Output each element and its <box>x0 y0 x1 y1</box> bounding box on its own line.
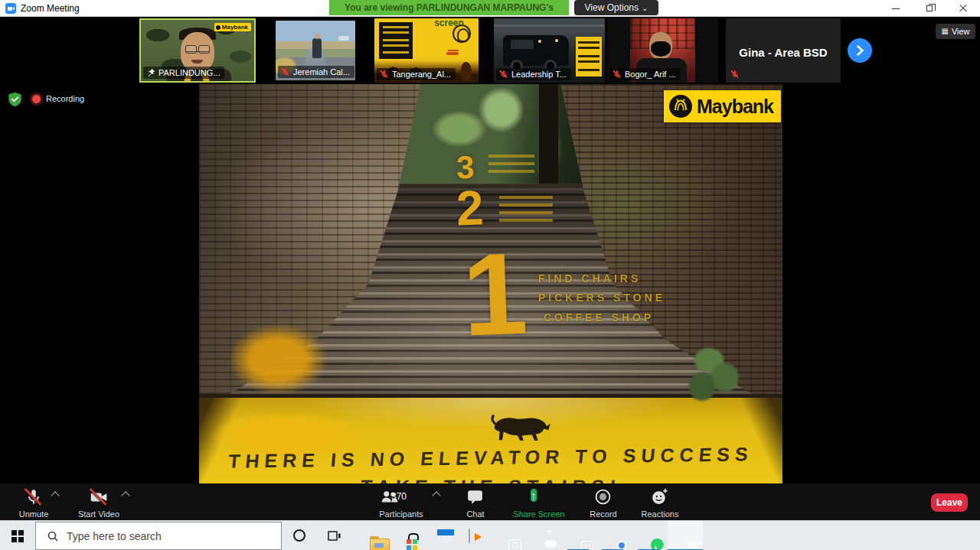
muted-mic-icon <box>499 70 508 79</box>
helicopter-silhouette <box>446 52 459 55</box>
participant-name: Bogor_ Arif ... <box>625 70 676 79</box>
close-icon <box>959 5 966 11</box>
minimize-icon <box>892 8 900 9</box>
title-bar: Zoom Meeting You are viewing PARLINDUNGA… <box>0 0 980 17</box>
cortana-icon[interactable] <box>293 529 305 542</box>
close-button[interactable] <box>946 0 980 17</box>
participant-name-bar: Bogor_ Arif ... <box>609 68 681 80</box>
unmute-button[interactable]: Unmute <box>11 483 57 520</box>
start-video-button[interactable]: Start Video <box>69 483 129 520</box>
grid-view-icon: ▦ <box>941 28 948 35</box>
participant-tile-bogor[interactable]: Bogor_ Arif ... <box>607 18 718 83</box>
next-participants-button[interactable] <box>848 38 872 63</box>
task-view-icon[interactable] <box>327 529 341 543</box>
stair-number-2: 2 <box>456 183 485 233</box>
participant-tile-parlindungan[interactable]: Maybank PARLINDUNG... <box>139 18 256 83</box>
chat-button[interactable]: Chat <box>458 483 493 520</box>
leave-button[interactable]: Leave <box>931 493 968 512</box>
zoom-app-icon <box>5 3 16 14</box>
chat-icon <box>466 487 485 507</box>
file-explorer-icon[interactable] <box>352 521 387 550</box>
shared-screen-content: 3 2 1 FIND CHAIRS PICKERS STONE COFFEE S… <box>199 84 782 483</box>
whatsapp-icon[interactable] <box>631 521 666 550</box>
restore-button[interactable] <box>913 0 946 17</box>
window-title: Zoom Meeting <box>21 3 80 14</box>
participant-name-bar: PARLINDUNG... <box>143 67 224 79</box>
start-video-label: Start Video <box>69 509 129 519</box>
participants-options-caret[interactable] <box>433 490 440 497</box>
mail-icon[interactable] <box>419 521 454 550</box>
search-input[interactable] <box>67 530 258 542</box>
minimize-button[interactable] <box>879 0 913 17</box>
maybank-tiger-icon <box>668 94 693 119</box>
participant-name: Leadership T... <box>511 70 567 79</box>
security-shield-icon[interactable] <box>8 92 22 107</box>
participant-name: Jeremiah Cal... <box>293 67 350 76</box>
participant-name-bar: Jeremiah Cal... <box>278 66 354 78</box>
pin-icon <box>146 68 155 77</box>
recording-dot-icon <box>32 95 41 103</box>
view-button-label: View <box>952 27 970 36</box>
chat-label: Chat <box>458 509 493 519</box>
zoom-taskbar-icon[interactable] <box>668 521 703 550</box>
stair-label: FIND CHAIRS <box>538 272 641 285</box>
participant-name-bar: Tangerang_Al... <box>377 68 456 80</box>
participant-tile-jeremiah[interactable]: Jeremiah Cal... <box>276 21 355 80</box>
maybank-wordmark: Maybank <box>697 96 773 118</box>
participant-name: Gina - Area BSD <box>726 46 841 59</box>
window-controls <box>879 0 980 17</box>
reactions-smiley-icon <box>650 487 670 507</box>
plant <box>689 348 742 404</box>
view-options-label: View Options <box>585 2 639 13</box>
mic-options-caret[interactable] <box>52 490 59 497</box>
line-icon[interactable] <box>524 521 560 550</box>
participants-label: Participants <box>368 509 435 519</box>
participant-name-bar: Leadership T... <box>496 68 571 80</box>
chrome-icon[interactable] <box>595 521 630 550</box>
muted-mic-icon <box>730 70 740 79</box>
stair-label: COFFEE SHOP <box>544 311 654 324</box>
chevron-right-icon <box>852 43 867 58</box>
taskbar-search[interactable] <box>35 522 282 550</box>
participants-count: 370 <box>391 491 407 502</box>
unmute-label: Unmute <box>11 509 57 519</box>
instagram-icon[interactable] <box>488 521 523 550</box>
participant-tile-gina[interactable]: Gina - Area BSD <box>726 18 841 83</box>
view-options-button[interactable]: View Options⌄ <box>574 0 658 15</box>
stair-number-3: 3 <box>456 151 475 184</box>
start-button[interactable] <box>0 521 35 550</box>
meeting-app-icon[interactable] <box>560 521 596 550</box>
zoom-meeting-window: Zoom Meeting You are viewing PARLINDUNGA… <box>0 0 980 550</box>
participant-tile-leadership[interactable]: Leadership T... <box>494 18 605 83</box>
search-icon <box>47 530 59 542</box>
video-off-icon <box>89 487 109 507</box>
microsoft-store-icon[interactable] <box>386 521 421 550</box>
view-button[interactable]: ▦ View <box>936 24 975 39</box>
muted-mic-icon <box>612 70 622 79</box>
meeting-toolbar: Unmute Start Video 370 Participants Chat… <box>0 483 980 520</box>
participant-name: PARLINDUNG... <box>158 68 220 77</box>
reactions-label: Reactions <box>631 509 689 519</box>
reactions-button[interactable]: Reactions <box>631 483 689 520</box>
participants-button[interactable]: 370 Participants <box>368 483 435 520</box>
face-mask <box>651 41 671 57</box>
stair-label: PICKERS STONE <box>538 291 665 304</box>
chevron-down-icon: ⌄ <box>642 4 648 12</box>
recording-indicator: Recording <box>32 94 84 103</box>
record-label: Record <box>582 509 625 519</box>
windows-logo-icon <box>11 530 24 542</box>
muted-mic-icon <box>380 70 389 79</box>
restore-icon <box>926 5 933 11</box>
share-screen-button[interactable]: ↑ Share Screen <box>505 483 573 520</box>
recording-label: Recording <box>46 94 84 103</box>
windows-taskbar: ? ENG 10:22 AM 3/27/2021 <box>0 520 980 550</box>
muted-mic-icon <box>281 67 290 76</box>
participant-name: Tangerang_Al... <box>392 70 451 79</box>
record-button[interactable]: Record <box>582 483 625 520</box>
movies-tv-icon[interactable] <box>452 521 487 550</box>
record-icon <box>593 487 613 507</box>
maybank-logo: Maybank <box>664 90 781 122</box>
tiger-silhouette <box>488 412 554 442</box>
share-screen-icon: ↑ <box>529 487 549 507</box>
video-options-caret[interactable] <box>122 490 129 497</box>
